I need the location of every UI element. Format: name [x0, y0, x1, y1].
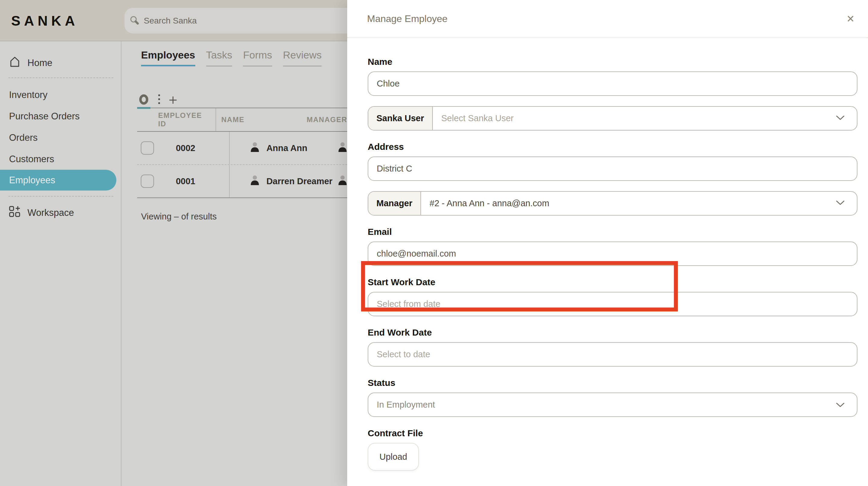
workspace-icon — [8, 205, 21, 220]
sidebar-item-home[interactable]: Home — [8, 56, 121, 70]
manager-select[interactable]: #2 - Anna Ann - anna@an.com — [421, 192, 857, 215]
sanka-user-group[interactable]: Sanka User Select Sanka User — [368, 106, 858, 130]
chevron-down-icon — [836, 400, 845, 410]
brand-logo: SANKA — [11, 0, 79, 41]
sanka-user-addon: Sanka User — [368, 107, 433, 130]
column-header-employee-id[interactable]: EMPLOYEE ID — [158, 108, 216, 131]
tab-bar: Employees Tasks Forms Reviews — [141, 49, 321, 66]
sidebar-nav-list: Inventory Purchase Orders Orders Custome… — [0, 84, 121, 190]
manager-cell — [336, 142, 347, 154]
row-checkbox[interactable] — [141, 142, 154, 155]
sidebar-divider — [8, 196, 113, 196]
sidebar-item-label: Workspace — [27, 207, 74, 218]
address-label: Address — [368, 142, 858, 152]
manager-cell — [336, 175, 347, 187]
search-icon — [129, 15, 140, 27]
chevron-down-icon — [836, 115, 845, 122]
close-icon[interactable]: ✕ — [846, 14, 855, 24]
table-header-row: EMPLOYEE ID NAME MANAGER — [137, 108, 347, 132]
email-label: Email — [368, 227, 858, 237]
modal-body: Name Sanka User Select Sanka User Addres… — [347, 38, 868, 470]
topbar: SANKA — [0, 0, 347, 41]
plus-icon — [168, 95, 178, 105]
add-view-button[interactable] — [168, 95, 178, 109]
app-root: SANKA Home Inventory Purchase Orders — [0, 0, 868, 486]
end-work-date-field[interactable] — [368, 342, 858, 367]
sidebar-item-customers[interactable]: Customers — [0, 148, 121, 170]
modal-title: Manage Employee — [367, 13, 447, 24]
start-work-date-label: Start Work Date — [368, 277, 858, 287]
list-toolbar — [137, 94, 178, 109]
employees-table: EMPLOYEE ID NAME MANAGER 0002 Anna Ann — [137, 108, 347, 198]
employee-name-cell: Darren Dreamer — [230, 175, 336, 187]
global-search[interactable] — [124, 8, 384, 33]
sidebar-item-inventory[interactable]: Inventory — [0, 84, 121, 105]
column-header-name[interactable]: NAME — [216, 116, 306, 124]
name-label: Name — [368, 57, 858, 67]
home-icon — [8, 56, 21, 70]
column-header-manager[interactable]: MANAGER — [306, 116, 347, 124]
view-circle-icon — [138, 94, 149, 105]
employee-name: Anna Ann — [267, 143, 307, 153]
row-checkbox[interactable] — [141, 175, 154, 188]
table-row[interactable]: 0001 Darren Dreamer — [137, 165, 347, 198]
tab-tasks[interactable]: Tasks — [206, 49, 232, 66]
sidebar-item-purchase-orders[interactable]: Purchase Orders — [0, 105, 121, 127]
email-field[interactable] — [368, 242, 858, 266]
manager-group[interactable]: Manager #2 - Anna Ann - anna@an.com — [368, 191, 858, 216]
modal-header: Manage Employee ✕ — [347, 0, 868, 38]
sanka-user-select[interactable]: Select Sanka User — [433, 107, 857, 130]
manager-addon: Manager — [368, 192, 421, 215]
sidebar-divider — [8, 78, 113, 78]
employee-id-cell: 0001 — [162, 165, 229, 198]
sidebar-item-label: Home — [27, 58, 53, 68]
tab-employees[interactable]: Employees — [141, 49, 195, 66]
end-work-date-label: End Work Date — [368, 327, 858, 338]
status-select[interactable]: In Employment — [368, 393, 858, 417]
employee-id-cell: 0002 — [162, 132, 229, 164]
employee-name: Darren Dreamer — [267, 176, 333, 186]
person-icon — [250, 175, 259, 187]
more-options-icon[interactable] — [158, 94, 160, 109]
name-field[interactable] — [368, 71, 858, 96]
start-work-date-field[interactable] — [368, 292, 858, 316]
status-value: In Employment — [377, 400, 435, 410]
status-label: Status — [368, 378, 858, 388]
person-icon — [338, 142, 347, 154]
results-count: Viewing – of results — [141, 212, 217, 221]
upload-button[interactable]: Upload — [368, 443, 419, 470]
manage-employee-modal: Manage Employee ✕ Name Sanka User Select… — [347, 0, 868, 486]
person-icon — [250, 142, 259, 154]
address-field[interactable] — [368, 156, 858, 181]
main-content: Employees Tasks Forms Reviews — [122, 42, 347, 486]
person-icon — [338, 175, 347, 187]
contract-file-label: Contract File — [368, 428, 858, 438]
sidebar-item-orders[interactable]: Orders — [0, 127, 121, 148]
search-input[interactable] — [144, 16, 324, 26]
employee-name-cell: Anna Ann — [230, 142, 336, 154]
sidebar-item-employees[interactable]: Employees — [0, 170, 116, 190]
view-tab[interactable] — [137, 94, 150, 109]
tab-reviews[interactable]: Reviews — [283, 49, 321, 66]
sidebar: Home Inventory Purchase Orders Orders Cu… — [0, 41, 121, 486]
table-row[interactable]: 0002 Anna Ann — [137, 132, 347, 165]
chevron-down-icon — [836, 200, 845, 207]
sidebar-item-workspace[interactable]: Workspace — [0, 202, 121, 223]
tab-forms[interactable]: Forms — [243, 49, 272, 66]
